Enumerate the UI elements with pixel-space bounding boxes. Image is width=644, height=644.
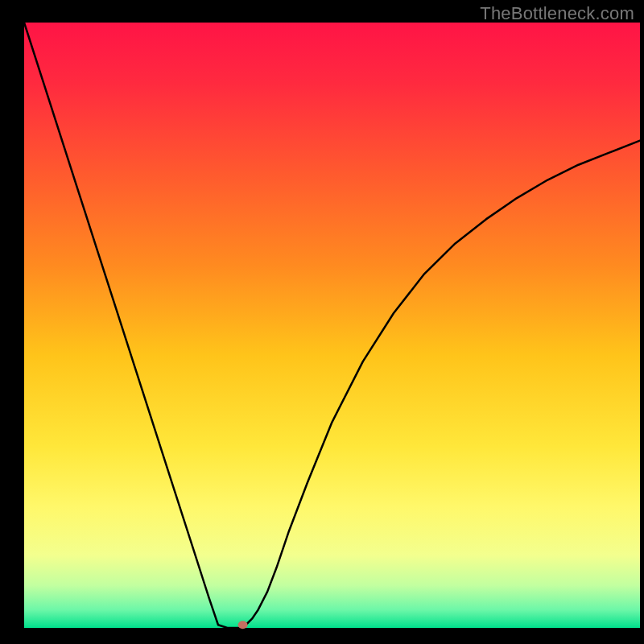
- bottleneck-chart: [0, 0, 644, 644]
- chart-container: TheBottleneck.com: [0, 0, 644, 644]
- watermark-text: TheBottleneck.com: [480, 3, 634, 24]
- plot-background: [24, 23, 640, 628]
- marker-dot: [238, 621, 248, 629]
